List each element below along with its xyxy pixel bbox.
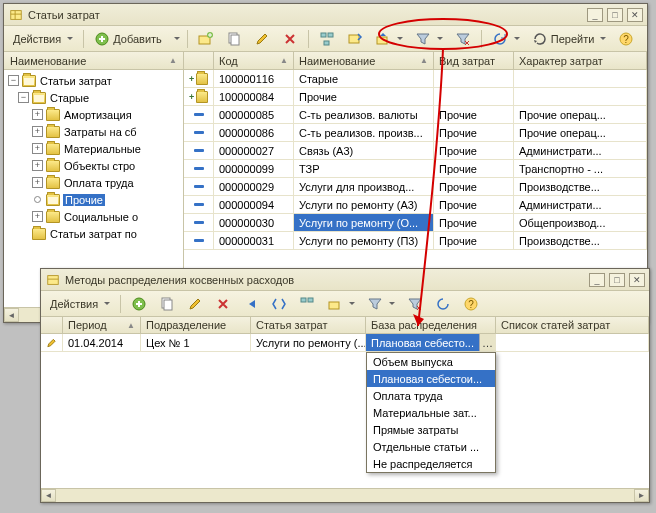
tree-item[interactable]: +Затраты на сб — [4, 123, 183, 140]
tree-item[interactable]: +Оплата труда — [4, 174, 183, 191]
tree-header[interactable]: Наименование ▲ — [4, 52, 183, 70]
grid-row[interactable]: 000000086С-ть реализов. произв...ПрочиеП… — [184, 124, 647, 142]
dropdown-item[interactable]: Отдельные статьи ... — [367, 438, 495, 455]
scroll-right[interactable]: ► — [634, 489, 649, 502]
twisty-icon[interactable]: + — [32, 143, 43, 154]
twisty-icon[interactable]: + — [32, 126, 43, 137]
col-baza[interactable]: База распределения — [366, 317, 496, 333]
col-marker[interactable] — [41, 317, 63, 333]
cell-baza[interactable]: Плановая себесто... … — [366, 334, 496, 351]
dropdown-item[interactable]: Не распределяется — [367, 455, 495, 472]
edit-button[interactable] — [249, 29, 275, 49]
move-button[interactable] — [322, 294, 360, 314]
close-button[interactable]: ✕ — [627, 8, 643, 22]
refresh-button[interactable] — [487, 29, 525, 49]
grid-row[interactable]: 000000027Связь (А3)ПрочиеАдминистрати... — [184, 142, 647, 160]
delete-button[interactable] — [210, 294, 236, 314]
minimize-button[interactable]: _ — [587, 8, 603, 22]
grid-row[interactable]: 000000030Услуги по ремонту (О...ПрочиеОб… — [184, 214, 647, 232]
add-folder-button[interactable] — [193, 29, 219, 49]
col-statya[interactable]: Статья затрат — [251, 317, 366, 333]
col-code[interactable]: Код▲ — [214, 52, 294, 69]
cell-marker — [184, 196, 214, 213]
edit-button[interactable] — [182, 294, 208, 314]
tree-item[interactable]: +Объекты стро — [4, 157, 183, 174]
funnel-clear-icon — [407, 296, 423, 312]
tree-item[interactable]: Прочие — [4, 191, 183, 208]
cell-har: Общепроизвод... — [514, 214, 647, 231]
maximize-button[interactable]: □ — [607, 8, 623, 22]
pencil-icon — [187, 296, 203, 312]
delete-button[interactable] — [277, 29, 303, 49]
refresh-button[interactable] — [430, 294, 456, 314]
scroll-left[interactable]: ◄ — [41, 489, 56, 502]
col-name[interactable]: Наименование▲ — [294, 52, 434, 69]
cell-statya[interactable]: Услуги по ремонту (... — [251, 334, 366, 351]
filter-button[interactable] — [410, 29, 448, 49]
tree-item[interactable]: +Материальные — [4, 140, 183, 157]
tree-item[interactable]: +Социальные о — [4, 208, 183, 225]
col-marker[interactable] — [184, 52, 214, 69]
scroll-left[interactable]: ◄ — [4, 308, 19, 322]
tree-item[interactable]: +Амортизация — [4, 106, 183, 123]
tree-item[interactable]: Статьи затрат по — [4, 225, 183, 242]
h-scrollbar[interactable]: ◄ ► — [41, 488, 649, 502]
dropdown-item[interactable]: Материальные зат... — [367, 404, 495, 421]
grid-row[interactable]: 000000099ТЗРПрочиеТранспортно - ... — [184, 160, 647, 178]
col-period[interactable]: Период▲ — [63, 317, 141, 333]
item-marker — [194, 131, 204, 134]
add-dropdown[interactable] — [169, 29, 182, 49]
cell-spisok[interactable] — [496, 334, 649, 351]
actions-menu[interactable]: Действия — [8, 29, 78, 49]
cell-period[interactable]: 01.04.2014 — [63, 334, 141, 351]
add-button[interactable] — [126, 294, 152, 314]
filter-button[interactable] — [362, 294, 400, 314]
grid-row[interactable]: 000000085С-ть реализов. валютыПрочиеПроч… — [184, 106, 647, 124]
svg-text:?: ? — [624, 34, 630, 45]
move-up-button[interactable] — [342, 29, 368, 49]
twisty-icon[interactable]: − — [8, 75, 19, 86]
grid-row[interactable]: +100000084Прочие — [184, 88, 647, 106]
goto-button[interactable]: Перейти — [527, 29, 612, 49]
maximize-button[interactable]: □ — [609, 273, 625, 287]
help-button[interactable]: ? — [613, 29, 639, 49]
tree-item[interactable]: −Старые — [4, 89, 183, 106]
tree-label: Затраты на сб — [63, 126, 138, 138]
grid2-row[interactable]: 01.04.2014 Цех № 1 Услуги по ремонту (..… — [41, 334, 649, 352]
hierarchy-button[interactable] — [314, 29, 340, 49]
twisty-icon[interactable]: + — [32, 109, 43, 120]
twisty-icon[interactable]: − — [18, 92, 29, 103]
dropdown-item[interactable]: Плановая себестои... — [367, 370, 495, 387]
tree-root[interactable]: −Статьи затрат — [4, 72, 183, 89]
clear-filter-button[interactable] — [450, 29, 476, 49]
minimize-button[interactable]: _ — [589, 273, 605, 287]
twisty-icon[interactable]: + — [32, 160, 43, 171]
twisty-icon[interactable]: + — [32, 211, 43, 222]
toggle-button[interactable] — [266, 294, 292, 314]
first-button[interactable] — [238, 294, 264, 314]
copy-button[interactable] — [154, 294, 180, 314]
close-button[interactable]: ✕ — [629, 273, 645, 287]
cell-podr[interactable]: Цех № 1 — [141, 334, 251, 351]
grid-row[interactable]: 000000031Услуги по ремонту (П3)ПрочиеПро… — [184, 232, 647, 250]
col-har[interactable]: Характер затрат — [514, 52, 647, 69]
lookup-button[interactable]: … — [479, 334, 495, 351]
baza-dropdown[interactable]: Объем выпускаПлановая себестои...Оплата … — [366, 352, 496, 473]
hierarchy-button[interactable] — [294, 294, 320, 314]
help-button[interactable]: ? — [458, 294, 484, 314]
add-button[interactable]: Добавить — [89, 29, 167, 49]
col-podr[interactable]: Подразделение — [141, 317, 251, 333]
col-vid[interactable]: Вид затрат — [434, 52, 514, 69]
grid-row[interactable]: +100000116Старые — [184, 70, 647, 88]
dropdown-item[interactable]: Объем выпуска — [367, 353, 495, 370]
dropdown-item[interactable]: Прямые затраты — [367, 421, 495, 438]
actions-menu[interactable]: Действия — [45, 294, 115, 314]
copy-button[interactable] — [221, 29, 247, 49]
twisty-icon[interactable]: + — [32, 177, 43, 188]
move-button[interactable] — [370, 29, 408, 49]
dropdown-item[interactable]: Оплата труда — [367, 387, 495, 404]
grid-row[interactable]: 000000094Услуги по ремонту (А3)ПрочиеАдм… — [184, 196, 647, 214]
clear-filter-button[interactable] — [402, 294, 428, 314]
grid-row[interactable]: 000000029Услуги для производ...ПрочиеПро… — [184, 178, 647, 196]
col-spisok[interactable]: Список статей затрат — [496, 317, 649, 333]
